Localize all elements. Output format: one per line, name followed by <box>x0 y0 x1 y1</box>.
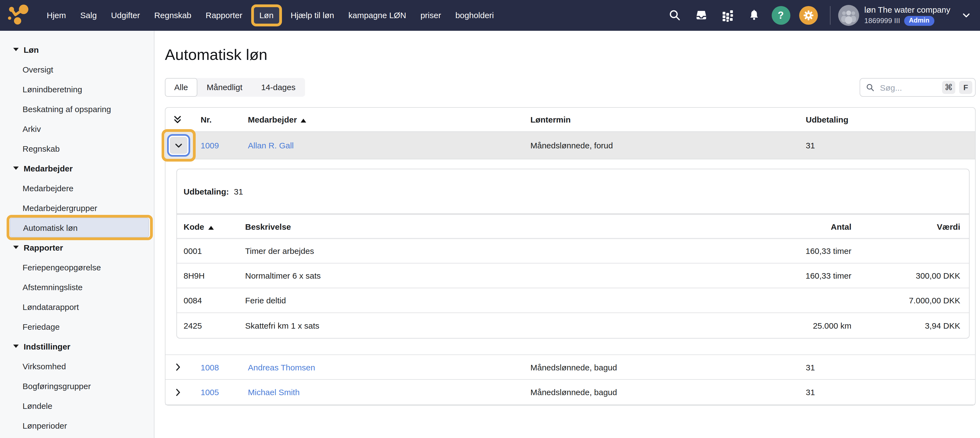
account-info[interactable]: løn The water company 1869999 III Admin <box>864 5 950 26</box>
command-key-badge: ⌘ <box>942 81 955 94</box>
caret-down-icon <box>13 246 19 249</box>
description-cell: Ferie deltid <box>245 296 553 305</box>
sidebar-item-medarbejdergrupper[interactable]: Medarbejdergrupper <box>0 198 154 218</box>
sidebar-item-virksomhed[interactable]: Virksomhed <box>0 356 154 376</box>
value-cell: 3,94 DKK <box>851 321 969 330</box>
sidebar-item-regnskab[interactable]: Regnskab <box>0 139 154 158</box>
sidebar-section-label: Rapporter <box>24 243 63 252</box>
sidebar-item-medarbejdere[interactable]: Medarbejdere <box>0 178 154 198</box>
topbar-actions: ? <box>662 5 980 26</box>
inbox-icon[interactable] <box>694 9 708 22</box>
avatar[interactable] <box>838 5 859 26</box>
search-field[interactable]: ⌘ F <box>860 78 975 97</box>
detail-summary-value: 31 <box>234 186 243 196</box>
quantity-cell: 160,33 timer <box>553 271 851 280</box>
search-icon[interactable] <box>668 9 681 22</box>
column-header-antal[interactable]: Antal <box>553 222 851 231</box>
apps-grid-icon[interactable] <box>721 9 734 22</box>
sidebar-item-feriedage[interactable]: Feriedage <box>0 317 154 336</box>
column-header-udbetaling[interactable]: Udbetaling <box>806 115 975 124</box>
app-root: Hjem Salg Udgifter Regnskab Rapporter Lø… <box>0 0 980 438</box>
settings-gear-icon[interactable] <box>799 6 818 25</box>
sidebar-section-label: Indstillinger <box>24 342 70 351</box>
column-header-label: Kode <box>184 222 204 231</box>
nav-item-rapporter[interactable]: Rapporter <box>199 0 249 31</box>
nav-item-regnskab[interactable]: Regnskab <box>147 0 199 31</box>
expand-row-button[interactable] <box>173 387 184 398</box>
detail-row-0001: 0001 Timer der arbejdes 160,33 timer <box>177 239 969 264</box>
chevron-down-icon[interactable] <box>961 10 971 20</box>
nav-item-løn[interactable]: Løn <box>254 7 279 24</box>
sidebar-item-lønperioder[interactable]: Lønperioder <box>0 416 154 435</box>
nav-item-priser[interactable]: priser <box>413 0 448 31</box>
sidebar-section-medarbejder[interactable]: Medarbejder <box>0 158 154 178</box>
sidebar-item-løndatarapport[interactable]: Løndatarapport <box>0 297 154 317</box>
detail-row-8h9h: 8H9H Normaltimer 6 x sats 160,33 timer 3… <box>177 264 969 288</box>
topbar-divider <box>830 6 830 25</box>
value-cell: 300,00 DKK <box>851 271 969 280</box>
main-nav: Hjem Salg Udgifter Regnskab Rapporter Lø… <box>40 0 501 31</box>
code-cell: 0084 <box>177 296 245 305</box>
sidebar-item-automatisk-løn[interactable]: Automatisk løn <box>10 218 149 237</box>
sidebar-section-indstillinger[interactable]: Indstillinger <box>0 336 154 356</box>
detail-card: Udbetaling: 31 Kode Beskrivelse Antal Væ… <box>177 169 970 339</box>
toolbar: Alle Månedligt 14-dages ⌘ F <box>165 78 975 97</box>
f-key-badge: F <box>959 81 972 94</box>
column-header-nr[interactable]: Nr. <box>200 115 248 124</box>
caret-down-icon <box>13 167 19 170</box>
sidebar-item-feriepengeopgørelse[interactable]: Feriepengeopgørelse <box>0 257 154 277</box>
pay-term-cell: Månedslønnede, bagud <box>530 387 806 397</box>
value-cell: 7.000,00 DKK <box>851 296 969 305</box>
account-company-name: løn The water company <box>864 5 950 15</box>
search-input[interactable] <box>879 82 938 92</box>
sidebar-item-løndele[interactable]: Løndele <box>0 396 154 416</box>
column-header-medarbejder[interactable]: Medarbejder <box>248 115 530 124</box>
sidebar-item-beskatning-af-opsparing[interactable]: Beskatning af opsparing <box>0 99 154 119</box>
annotation-highlight-nav-løn: Løn <box>251 5 282 26</box>
description-cell: Normaltimer 6 x sats <box>245 271 553 280</box>
search-icon <box>865 83 875 92</box>
bell-icon[interactable] <box>747 9 760 22</box>
sidebar-item-oversigt[interactable]: Oversigt <box>0 59 154 79</box>
employee-name-link[interactable]: Michael Smith <box>248 387 530 397</box>
employee-number-link[interactable]: 1005 <box>200 387 248 397</box>
expand-row-button[interactable] <box>173 362 184 373</box>
column-header-værdi[interactable]: Værdi <box>851 222 969 231</box>
caret-down-icon <box>13 48 19 51</box>
sidebar-item-lønindberetning[interactable]: Lønindberetning <box>0 79 154 99</box>
collapse-row-button[interactable] <box>167 134 190 157</box>
sidebar-item-afstemningsliste[interactable]: Afstemningsliste <box>0 277 154 297</box>
nav-item-bogholderi[interactable]: bogholderi <box>448 0 501 31</box>
detail-header-row: Kode Beskrivelse Antal Værdi <box>177 215 969 239</box>
nav-item-udgifter[interactable]: Udgifter <box>104 0 147 31</box>
employee-number-link[interactable]: 1008 <box>200 362 248 372</box>
employee-name-link[interactable]: Andreas Thomsen <box>248 362 530 372</box>
nav-item-hjælp-til-løn[interactable]: Hjælp til løn <box>283 0 341 31</box>
sidebar-section-løn[interactable]: Løn <box>0 40 154 59</box>
sidebar-item-bogføringsgrupper[interactable]: Bogføringsgrupper <box>0 376 154 396</box>
nav-item-hjem[interactable]: Hjem <box>40 0 73 31</box>
tab-månedligt[interactable]: Månedligt <box>197 78 252 97</box>
expand-all-icon[interactable] <box>172 114 183 125</box>
employee-number-link[interactable]: 1009 <box>200 141 248 150</box>
column-header-kode[interactable]: Kode <box>177 222 245 231</box>
column-header-løntermin[interactable]: Løntermin <box>530 115 806 124</box>
pay-term-cell: Månedslønnede, forud <box>530 141 806 150</box>
column-header-label: Medarbejder <box>248 115 297 124</box>
sidebar-section-label: Løn <box>24 45 39 54</box>
tab-alle[interactable]: Alle <box>165 78 197 97</box>
nav-item-kampagne-løn[interactable]: kampagne LØN <box>341 0 413 31</box>
sidebar-section-rapporter[interactable]: Rapporter <box>0 237 154 257</box>
code-cell: 2425 <box>177 321 245 330</box>
nav-item-salg[interactable]: Salg <box>73 0 104 31</box>
help-icon[interactable]: ? <box>772 6 790 25</box>
code-cell: 8H9H <box>177 271 245 280</box>
code-cell: 0001 <box>177 246 245 256</box>
tab-14-dages[interactable]: 14-dages <box>252 78 305 97</box>
column-header-beskrivelse[interactable]: Beskrivelse <box>245 222 553 231</box>
economic-logo[interactable] <box>6 3 32 27</box>
sidebar-item-label: Automatisk løn <box>23 223 78 232</box>
sidebar-item-arkiv[interactable]: Arkiv <box>0 119 154 139</box>
table-row-1008: 1008 Andreas Thomsen Månedslønnede, bagu… <box>165 354 975 380</box>
employee-name-link[interactable]: Allan R. Gall <box>248 141 530 150</box>
